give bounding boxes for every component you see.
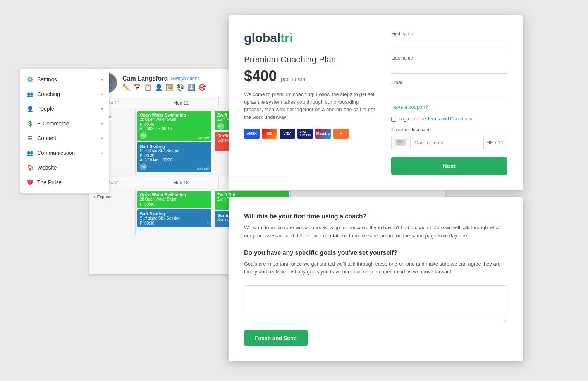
last-name-label: Last name [391, 55, 507, 61]
card-icon-cell [392, 136, 411, 149]
premium-coaching-modal: globaltri Premium Coaching Plan $400 per… [229, 15, 523, 190]
card-title: Open Water Swimming [140, 192, 208, 197]
resize-handle: ⤢ [244, 318, 507, 324]
card-title: Surf Skating [140, 144, 208, 149]
card-surf-skating[interactable]: Surf Skating Surf skate Skill Session P:… [137, 142, 211, 172]
card-stats: P: 00:40 [140, 202, 208, 206]
next-button[interactable]: Next [391, 157, 507, 175]
card-sub: Surf skate Skill Session [140, 149, 208, 153]
terms-checkbox[interactable] [391, 117, 396, 122]
edit-icon[interactable]: ✏️ [122, 84, 130, 91]
card-avatar: AN [140, 132, 147, 139]
terms-link[interactable]: Terms and Conditions [427, 116, 472, 122]
plan-price: $400 [244, 68, 277, 84]
sidebar-item-people-label: People [37, 106, 54, 112]
credit-card-icon [395, 139, 406, 146]
maestro-icon: Maestro [315, 129, 331, 139]
first-name-label: First name [391, 31, 507, 36]
card-number-input[interactable] [411, 136, 483, 149]
chevron-down-icon: ▾ [101, 151, 103, 155]
email-input[interactable] [391, 87, 507, 98]
website-icon: 🏠 [26, 164, 33, 171]
client-name: Cam Langsford [122, 75, 168, 82]
pulse-icon: ❤️ [26, 179, 33, 186]
sidebar-item-settings[interactable]: ⚙️ Settings ▾ [20, 72, 109, 87]
plan-title: Premium Coaching Plan [244, 55, 376, 65]
last-name-input[interactable] [391, 62, 507, 74]
first-name-input[interactable] [391, 38, 507, 49]
header-action-icons: ✏️ 📅 📋 👤 🖼️ 💱 ⬇️ 🎯 [122, 84, 206, 91]
card-menu-icon[interactable]: ≡ [207, 165, 210, 171]
plan-description: Welcome to premium coaching! Follow the … [244, 91, 376, 121]
email-label: Email [391, 80, 507, 85]
chevron-down-icon: ▾ [101, 136, 103, 141]
card-section-label: Credit or debit card [391, 127, 507, 132]
card-stats: P: 00:30A: 3.10 km ~ 00:26 [140, 154, 208, 162]
card-menu-icon[interactable]: ≡ [207, 134, 210, 139]
people-icon: 👤 [26, 105, 33, 112]
sidebar-item-thepulse[interactable]: ❤️ The Pulse [20, 175, 109, 190]
card-sub: 2k Open Water Swim [140, 197, 208, 201]
settings-icon: ⚙️ [26, 76, 33, 83]
sidebar-item-coaching[interactable]: 👥 Coaching ▾ [20, 87, 109, 101]
download-icon[interactable]: ⬇️ [187, 84, 195, 91]
user-icon[interactable]: 👤 [155, 84, 163, 91]
card-ows-2[interactable]: Open Water Swimming 2k Open Water Swim P… [137, 190, 211, 208]
card-sub: 2k Open Water Swim [140, 117, 208, 122]
coupon-link[interactable]: Have a coupon? [391, 104, 507, 110]
mastercard-icon: MC [262, 129, 277, 139]
goals-textarea[interactable] [244, 285, 507, 316]
last-name-field: Last name [391, 55, 507, 74]
switch-client-link[interactable]: Switch client [171, 76, 199, 81]
chevron-down-icon: ▾ [101, 122, 103, 126]
brand-tri: tri [280, 31, 293, 45]
terms-text: I agree to the Terms and Conditions [399, 116, 472, 122]
content-icon: ☰ [26, 135, 33, 142]
sidebar: ⚙️ Settings ▾ 👥 Coaching ▾ 👤 People ▾ 💲 … [20, 69, 109, 193]
payment-icons: AMEX MC VISA VISAElectron Maestro ● [244, 129, 376, 139]
answer-1: We want to make sure we set ourselves up… [244, 224, 507, 240]
day-col-mon11: Open Water Swimming 2k Open Water Swim P… [136, 109, 213, 175]
modal-right-panel: First name Last name Email Have a coupon… [391, 31, 507, 175]
finish-send-button[interactable]: Finish and Send [244, 330, 308, 346]
sidebar-item-coaching-label: Coaching [37, 91, 60, 97]
email-field: Email [391, 80, 507, 98]
day-col-mon18: Open Water Swimming 2k Open Water Swim P… [136, 189, 213, 235]
card-open-water-swim[interactable]: Open Water Swimming 2k Open Water Swim P… [137, 111, 211, 141]
card-date-input[interactable] [483, 136, 507, 149]
chevron-down-icon: ▾ [101, 107, 103, 111]
first-name-field: First name [391, 31, 507, 49]
sidebar-item-settings-label: Settings [37, 76, 57, 82]
target-icon[interactable]: 🎯 [198, 84, 206, 91]
card-title: Open Water Swimming [140, 113, 208, 117]
sidebar-item-communication[interactable]: 👥 Communication ▾ [20, 146, 109, 160]
modal-left-panel: globaltri Premium Coaching Plan $400 per… [244, 31, 376, 175]
header-info: Cam Langsford Switch client ✏️ 📅 📋 👤 🖼️ … [122, 75, 206, 91]
card-sub: Surf skate Skill Session [140, 216, 208, 220]
card-avatar: AN [140, 163, 147, 170]
calendar-icon[interactable]: 📅 [133, 84, 141, 91]
answer-2: Goals are important, once we get started… [244, 260, 507, 276]
chevron-down-icon: ▾ [101, 77, 103, 82]
currency-icon[interactable]: 💱 [177, 84, 184, 91]
sidebar-item-content-label: Content [37, 135, 56, 141]
expand-button-2[interactable]: + Expand [93, 194, 131, 199]
card-title: Zwift Ride [217, 192, 286, 197]
sidebar-item-content[interactable]: ☰ Content ▾ [20, 131, 109, 146]
card-menu-icon[interactable]: ≡ [207, 220, 210, 226]
sidebar-item-communication-label: Communication [37, 150, 75, 156]
amex-icon: AMEX [244, 129, 260, 139]
visa-electron-icon: VISAElectron [297, 129, 313, 139]
card-stats: P: 00:30 [140, 221, 208, 225]
copy-icon[interactable]: 📋 [144, 84, 152, 91]
ecommerce-icon: 💲 [26, 120, 33, 127]
image-icon[interactable]: 🖼️ [166, 84, 174, 91]
sidebar-item-people[interactable]: 👤 People ▾ [20, 101, 109, 116]
plus-icon: + [93, 194, 95, 199]
day-header-mon11: Mon 11 [143, 97, 219, 109]
card-surf-2[interactable]: Surf Skating Surf skate Skill Session P:… [137, 209, 211, 227]
sidebar-item-website[interactable]: 🏠 Website [20, 160, 109, 175]
coaching-icon: 👥 [26, 91, 33, 98]
sidebar-item-ecommerce[interactable]: 💲 E-Commerce ▾ [20, 116, 109, 131]
day-header-mon18: Mon 18 [143, 177, 219, 189]
